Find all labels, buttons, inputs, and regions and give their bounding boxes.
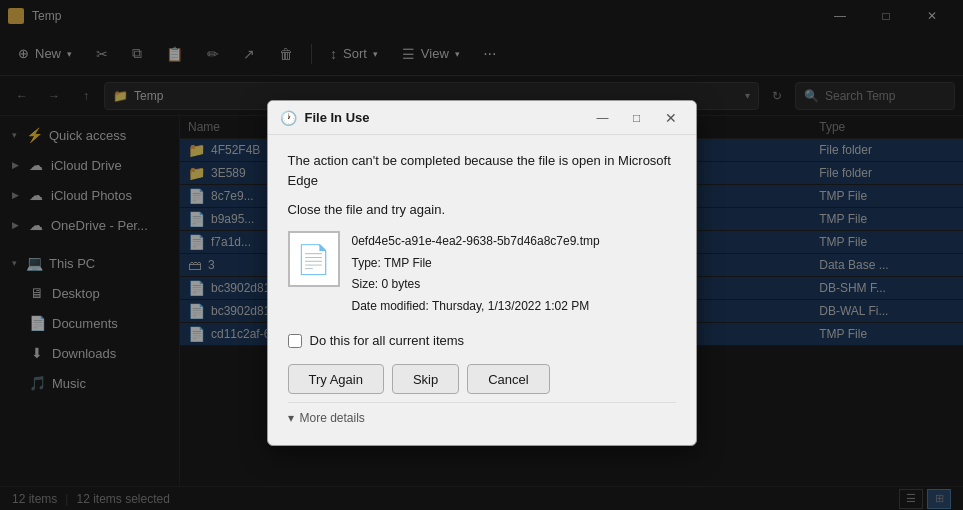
dialog-titlebar: 🕐 File In Use — □ ✕ <box>268 101 696 135</box>
more-details-label: More details <box>300 411 365 425</box>
file-date: Date modified: Thursday, 1/13/2022 1:02 … <box>352 296 600 318</box>
file-name: 0efd4e5c-a91e-4ea2-9638-5b7d46a8c7e9.tmp <box>352 231 600 253</box>
skip-button[interactable]: Skip <box>392 364 459 394</box>
cancel-button[interactable]: Cancel <box>467 364 549 394</box>
try-again-button[interactable]: Try Again <box>288 364 384 394</box>
dialog-close-button[interactable]: ✕ <box>658 105 684 131</box>
dialog-message: The action can't be completed because th… <box>288 151 676 190</box>
more-details-section[interactable]: ▾ More details <box>288 402 676 429</box>
dialog-body: The action can't be completed because th… <box>268 135 696 445</box>
dialog-title: File In Use <box>305 110 582 125</box>
dialog-minimize-button[interactable]: — <box>590 105 616 131</box>
dialog-buttons: Try Again Skip Cancel <box>288 364 676 394</box>
tmp-file-icon: 📄 <box>296 243 331 276</box>
file-info-icon: 📄 <box>288 231 340 287</box>
file-in-use-dialog: 🕐 File In Use — □ ✕ The action can't be … <box>267 100 697 446</box>
file-info-box: 📄 0efd4e5c-a91e-4ea2-9638-5b7d46a8c7e9.t… <box>288 231 676 317</box>
all-items-checkbox[interactable] <box>288 334 302 348</box>
dialog-maximize-button[interactable]: □ <box>624 105 650 131</box>
window: Temp — □ ✕ ⊕ New ▾ ✂ ⧉ 📋 ✏ ↗ 🗑 <box>0 0 963 510</box>
all-items-label[interactable]: Do this for all current items <box>310 333 465 348</box>
dialog-instruction: Close the file and try again. <box>288 202 676 217</box>
file-size: Size: 0 bytes <box>352 274 600 296</box>
dialog-title-icon: 🕐 <box>280 110 297 126</box>
checkbox-row: Do this for all current items <box>288 333 676 348</box>
file-type: Type: TMP File <box>352 253 600 275</box>
file-info-details: 0efd4e5c-a91e-4ea2-9638-5b7d46a8c7e9.tmp… <box>352 231 600 317</box>
expand-more-icon: ▾ <box>288 411 294 425</box>
dialog-overlay: 🕐 File In Use — □ ✕ The action can't be … <box>0 0 963 510</box>
